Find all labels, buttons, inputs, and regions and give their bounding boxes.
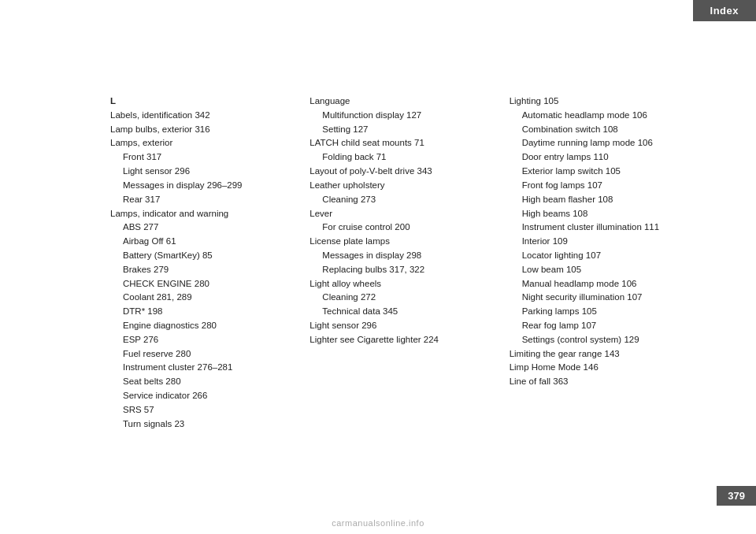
list-item: Coolant 281, 289 bbox=[110, 291, 302, 305]
list-item: Labels, identification 342 bbox=[110, 109, 302, 123]
column-1: LLabels, identification 342Lamp bulbs, e… bbox=[110, 95, 309, 432]
list-item: Fuel reserve 280 bbox=[110, 347, 302, 362]
list-item: Limp Home Mode 146 bbox=[510, 361, 701, 375]
list-item: Setting 127 bbox=[309, 123, 501, 137]
list-item: Lamps, exterior bbox=[110, 136, 302, 150]
list-item: Settings (control system) 129 bbox=[510, 333, 701, 347]
list-item: SRS 57 bbox=[110, 403, 302, 417]
list-item: Battery (SmartKey) 85 bbox=[110, 249, 302, 263]
list-item: Door entry lamps 110 bbox=[510, 150, 701, 165]
list-item: License plate lamps bbox=[309, 235, 501, 249]
list-item: Combination switch 108 bbox=[510, 123, 701, 137]
list-item: Limiting the gear range 143 bbox=[510, 347, 701, 362]
index-tab-label: Index bbox=[710, 5, 739, 17]
list-item: Instrument cluster 276–281 bbox=[110, 361, 302, 375]
list-item: Leather upholstery bbox=[309, 179, 501, 193]
list-item: Replacing bulbs 317, 322 bbox=[309, 263, 501, 277]
list-item: Lighter see Cigarette lighter 224 bbox=[309, 333, 501, 347]
list-item: Multifunction display 127 bbox=[309, 109, 501, 123]
list-item: Light alloy wheels bbox=[309, 277, 501, 291]
list-item: CHECK ENGINE 280 bbox=[110, 277, 302, 291]
list-item: Messages in display 298 bbox=[309, 249, 501, 263]
list-item: ESP 276 bbox=[110, 333, 302, 347]
page-container: Index LLabels, identification 342Lamp bu… bbox=[0, 0, 756, 534]
list-item: Rear 317 bbox=[110, 193, 302, 207]
list-item: Cleaning 273 bbox=[309, 193, 501, 207]
list-item: High beam flasher 108 bbox=[510, 193, 701, 207]
watermark-text: carmanualsonline.info bbox=[332, 518, 424, 528]
list-item: Lamp bulbs, exterior 316 bbox=[110, 123, 302, 137]
list-item: Seat belts 280 bbox=[110, 375, 302, 389]
list-item: Service indicator 266 bbox=[110, 389, 302, 403]
list-item: Airbag Off 61 bbox=[110, 235, 302, 249]
list-item: Rear fog lamp 107 bbox=[510, 319, 701, 333]
list-item: Layout of poly-V-belt drive 343 bbox=[309, 165, 501, 179]
list-item: Interior 109 bbox=[510, 235, 701, 249]
list-item: High beams 108 bbox=[510, 207, 701, 221]
list-item: Engine diagnostics 280 bbox=[110, 319, 302, 333]
list-item: Manual headlamp mode 106 bbox=[510, 277, 701, 291]
list-item: DTR* 198 bbox=[110, 305, 302, 319]
list-item: Instrument cluster illumination 111 bbox=[510, 221, 701, 235]
page-number-label: 379 bbox=[728, 490, 745, 502]
list-item: For cruise control 200 bbox=[309, 221, 501, 235]
list-item: Exterior lamp switch 105 bbox=[510, 165, 701, 179]
list-item: Lighting 105 bbox=[510, 95, 701, 109]
list-item: Light sensor 296 bbox=[110, 165, 302, 179]
list-item: Lever bbox=[309, 207, 501, 221]
list-item: Light sensor 296 bbox=[309, 319, 501, 333]
list-item: Daytime running lamp mode 106 bbox=[510, 136, 701, 150]
watermark: carmanualsonline.info bbox=[332, 518, 424, 528]
list-item: Technical data 345 bbox=[309, 305, 501, 319]
list-item: ABS 277 bbox=[110, 221, 302, 235]
list-item: Line of fall 363 bbox=[510, 375, 701, 389]
list-item: Locator lighting 107 bbox=[510, 249, 701, 263]
list-item: Lamps, indicator and warning bbox=[110, 207, 302, 221]
list-item: Low beam 105 bbox=[510, 263, 701, 277]
index-tab: Index bbox=[693, 0, 756, 21]
list-item: Front 317 bbox=[110, 150, 302, 165]
list-item: Brakes 279 bbox=[110, 263, 302, 277]
list-item: Parking lamps 105 bbox=[510, 305, 701, 319]
list-item: LATCH child seat mounts 71 bbox=[309, 136, 501, 150]
list-item: L bbox=[110, 95, 302, 109]
main-content: LLabels, identification 342Lamp bulbs, e… bbox=[110, 95, 709, 432]
list-item: Turn signals 23 bbox=[110, 417, 302, 432]
list-item: Front fog lamps 107 bbox=[510, 179, 701, 193]
list-item: Automatic headlamp mode 106 bbox=[510, 109, 701, 123]
list-item: Cleaning 272 bbox=[309, 291, 501, 305]
list-item: Messages in display 296–299 bbox=[110, 179, 302, 193]
list-item: Language bbox=[309, 95, 501, 109]
list-item: Folding back 71 bbox=[309, 150, 501, 165]
list-item: Night security illumination 107 bbox=[510, 291, 701, 305]
page-number: 379 bbox=[717, 486, 756, 506]
column-3: Lighting 105Automatic headlamp mode 106C… bbox=[510, 95, 709, 432]
column-2: LanguageMultifunction display 127Setting… bbox=[309, 95, 509, 432]
